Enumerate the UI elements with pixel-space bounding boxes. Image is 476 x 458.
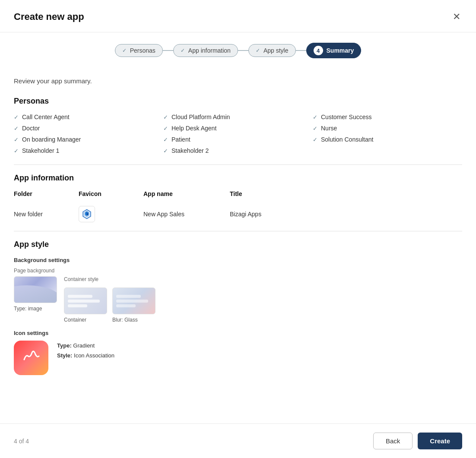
col-header-favicon: Favicon <box>79 190 143 202</box>
style-thumbnails: Type: image Container style <box>14 276 462 323</box>
modal-subtitle: Review your app summary. <box>14 77 462 85</box>
check-icon: ✓ <box>163 136 168 143</box>
step-pill-summary[interactable]: 4 Summary <box>306 43 362 58</box>
persona-label: Stakeholder 1 <box>22 147 59 154</box>
col-header-folder: Folder <box>14 190 79 202</box>
glass-line-3 <box>116 304 136 307</box>
step-number-summary: 4 <box>314 46 323 55</box>
persona-item: ✓Solution Consultant <box>313 136 462 143</box>
step-label-app-style: App style <box>263 47 289 54</box>
check-icon: ✓ <box>14 136 19 143</box>
persona-label: Doctor <box>22 125 40 132</box>
back-button[interactable]: Back <box>373 433 413 449</box>
persona-label: Solution Consultant <box>321 136 373 143</box>
step-pill-app-information[interactable]: ✓ App information <box>173 44 238 57</box>
persona-item: ✓Doctor <box>14 125 163 132</box>
favicon-svg <box>81 208 93 220</box>
stepper: ✓ Personas ✓ App information ✓ App style… <box>0 32 476 67</box>
page-background-label: Page background <box>14 268 462 274</box>
step-summary: 4 Summary <box>306 43 362 58</box>
glass-thumb-item: Blur: Glass <box>112 287 155 323</box>
step-connector-3 <box>296 50 306 51</box>
container-thumbs: Container Blur: Glass <box>64 287 155 323</box>
close-button[interactable]: ✕ <box>451 10 462 23</box>
check-icon: ✓ <box>14 148 19 154</box>
step-connector-2 <box>238 50 248 51</box>
step-pill-personas[interactable]: ✓ Personas <box>115 44 163 57</box>
step-counter: 4 of 4 <box>14 438 29 445</box>
check-icon-personas: ✓ <box>122 47 127 54</box>
step-pill-app-style[interactable]: ✓ App style <box>248 44 296 57</box>
background-settings-label: Background settings <box>14 257 462 263</box>
app-info-section-title: App information <box>14 174 462 183</box>
modal-title: Create new app <box>14 11 84 22</box>
persona-item: ✓Nurse <box>313 125 462 132</box>
container-line-3 <box>68 304 87 307</box>
icon-preview-row: Type: Gradient Style: Icon Association <box>14 341 462 375</box>
persona-label: Help Desk Agent <box>171 125 216 132</box>
value-title: Bizagi Apps <box>230 206 316 222</box>
footer-buttons: Back Create <box>373 433 462 449</box>
persona-item: ✓Patient <box>163 136 313 143</box>
persona-item: ✓Call Center Agent <box>14 114 163 120</box>
check-icon: ✓ <box>163 125 168 132</box>
persona-label: Patient <box>171 136 190 143</box>
persona-label: On boarding Manager <box>22 136 81 143</box>
col-header-title: Title <box>230 190 316 202</box>
app-information-section: App information Folder Favicon App name … <box>14 174 462 222</box>
icon-preview-box <box>14 341 48 375</box>
persona-item: ✓Help Desk Agent <box>163 125 313 132</box>
page-bg-thumb-item: Type: image <box>14 276 57 312</box>
container-style-label: Container style <box>64 276 155 282</box>
blur-label: Blur: Glass <box>112 317 138 323</box>
info-headers: Folder Favicon App name Title <box>14 190 462 202</box>
icon-style-text: Style: Icon Association <box>57 351 114 360</box>
persona-item: ✓Cloud Platform Admin <box>163 114 313 120</box>
container-style-group: Container style Container <box>64 276 155 323</box>
step-app-style: ✓ App style <box>248 44 296 57</box>
check-icon: ✓ <box>14 125 19 132</box>
check-icon-app-information: ✓ <box>181 47 185 54</box>
page-bg-thumbnail <box>14 276 57 303</box>
persona-label: Nurse <box>321 125 337 132</box>
container-thumb-item: Container <box>64 287 107 323</box>
step-label-summary: Summary <box>327 47 354 54</box>
page-bg-type-label: Type: image <box>14 306 42 312</box>
icon-svg <box>22 347 40 365</box>
icon-settings-label: Icon settings <box>14 330 462 336</box>
value-appname: New App Sales <box>143 206 230 222</box>
check-icon-app-style: ✓ <box>256 47 260 54</box>
create-button[interactable]: Create <box>418 433 462 449</box>
container-label: Container <box>64 317 86 323</box>
check-icon: ✓ <box>14 114 19 120</box>
persona-label: Cloud Platform Admin <box>171 114 230 120</box>
value-folder: New folder <box>14 206 79 222</box>
container-thumbnail <box>64 287 107 314</box>
personas-grid: ✓Call Center Agent✓Cloud Platform Admin✓… <box>14 114 462 154</box>
step-app-information: ✓ App information <box>173 44 238 57</box>
page-background-row: Page background Type: image Container st… <box>14 268 462 323</box>
app-style-section-title: App style <box>14 240 462 249</box>
personas-section: Personas ✓Call Center Agent✓Cloud Platfo… <box>14 97 462 154</box>
divider-2 <box>14 231 462 231</box>
container-line-2 <box>68 300 100 303</box>
step-label-personas: Personas <box>130 47 155 54</box>
check-icon: ✓ <box>313 136 317 143</box>
persona-item: ✓On boarding Manager <box>14 136 163 143</box>
glass-line-2 <box>116 300 148 303</box>
personas-section-title: Personas <box>14 97 462 106</box>
persona-item: ✓Customer Success <box>313 114 462 120</box>
create-app-modal: Create new app ✕ ✓ Personas ✓ App inform… <box>0 0 476 458</box>
glass-thumbnail <box>112 287 155 314</box>
check-icon: ✓ <box>313 125 317 132</box>
step-personas: ✓ Personas <box>115 44 163 57</box>
container-line-1 <box>68 295 92 298</box>
glass-line-1 <box>116 295 141 298</box>
persona-label: Customer Success <box>321 114 371 120</box>
persona-label: Stakeholder 2 <box>171 147 209 154</box>
divider-1 <box>14 164 462 165</box>
col-header-appname: App name <box>143 190 230 202</box>
persona-item: ✓Stakeholder 2 <box>163 147 313 154</box>
step-connector-1 <box>163 50 173 51</box>
persona-label: Call Center Agent <box>22 114 70 120</box>
